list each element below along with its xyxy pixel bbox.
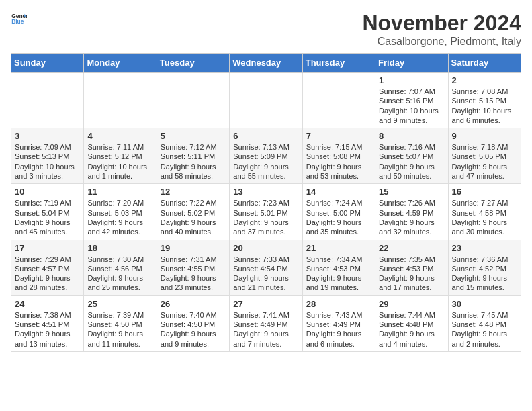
day-info: Daylight: 10 hours and 6 minutes. xyxy=(452,106,517,126)
day-cell xyxy=(302,73,375,128)
day-info: Daylight: 9 hours and 32 minutes. xyxy=(379,218,444,237)
day-number: 7 xyxy=(306,131,371,141)
day-cell: 27Sunrise: 7:41 AMSunset: 4:49 PMDayligh… xyxy=(230,295,302,351)
week-row-3: 10Sunrise: 7:19 AMSunset: 5:04 PMDayligh… xyxy=(11,184,521,240)
day-number: 22 xyxy=(379,243,444,253)
day-number: 29 xyxy=(379,299,444,309)
day-cell: 15Sunrise: 7:26 AMSunset: 4:59 PMDayligh… xyxy=(375,184,448,240)
day-number: 28 xyxy=(306,299,371,309)
day-info: Daylight: 9 hours and 30 minutes. xyxy=(452,218,517,237)
day-cell: 1Sunrise: 7:07 AMSunset: 5:16 PMDaylight… xyxy=(375,73,448,128)
day-info: Sunrise: 7:08 AM xyxy=(452,87,517,96)
day-info: Sunset: 5:16 PM xyxy=(379,96,444,105)
day-cell: 6Sunrise: 7:13 AMSunset: 5:09 PMDaylight… xyxy=(230,128,302,184)
day-info: Sunrise: 7:43 AM xyxy=(306,310,371,320)
day-info: Sunrise: 7:22 AM xyxy=(161,198,226,208)
day-info: Sunrise: 7:18 AM xyxy=(452,142,517,152)
day-number: 9 xyxy=(452,131,517,141)
day-info: Daylight: 9 hours and 9 minutes. xyxy=(161,329,226,349)
day-info: Daylight: 9 hours and 21 minutes. xyxy=(233,273,298,293)
day-cell: 12Sunrise: 7:22 AMSunset: 5:02 PMDayligh… xyxy=(157,184,229,240)
day-cell xyxy=(11,73,84,128)
day-info: Sunset: 4:57 PM xyxy=(15,264,80,273)
day-info: Sunset: 5:02 PM xyxy=(161,208,226,218)
day-info: Daylight: 9 hours and 6 minutes. xyxy=(306,329,371,349)
day-number: 5 xyxy=(161,131,226,141)
day-number: 14 xyxy=(306,187,371,197)
day-info: Daylight: 9 hours and 2 minutes. xyxy=(452,329,517,349)
day-cell: 11Sunrise: 7:20 AMSunset: 5:03 PMDayligh… xyxy=(84,184,157,240)
day-info: Daylight: 9 hours and 35 minutes. xyxy=(306,218,371,237)
day-cell: 19Sunrise: 7:31 AMSunset: 4:55 PMDayligh… xyxy=(157,240,229,295)
day-info: Daylight: 9 hours and 28 minutes. xyxy=(15,273,80,293)
day-number: 6 xyxy=(233,131,298,141)
day-info: Daylight: 9 hours and 4 minutes. xyxy=(379,329,444,349)
day-info: Daylight: 9 hours and 17 minutes. xyxy=(379,273,444,293)
day-info: Sunset: 4:51 PM xyxy=(15,320,80,329)
day-number: 23 xyxy=(452,243,517,253)
header: General Blue November 2024 Casalborgone,… xyxy=(11,11,521,48)
day-info: Daylight: 9 hours and 58 minutes. xyxy=(161,162,226,181)
day-cell: 22Sunrise: 7:35 AMSunset: 4:53 PMDayligh… xyxy=(375,240,448,295)
day-number: 8 xyxy=(379,131,444,141)
day-number: 20 xyxy=(233,243,298,253)
day-info: Daylight: 9 hours and 19 minutes. xyxy=(306,273,371,293)
day-cell: 2Sunrise: 7:08 AMSunset: 5:15 PMDaylight… xyxy=(448,73,521,128)
day-info: Sunrise: 7:16 AM xyxy=(379,142,444,152)
day-number: 1 xyxy=(379,75,444,85)
day-number: 21 xyxy=(306,243,371,253)
day-cell: 29Sunrise: 7:44 AMSunset: 4:48 PMDayligh… xyxy=(375,295,448,351)
day-info: Sunrise: 7:11 AM xyxy=(87,142,152,152)
day-info: Daylight: 9 hours and 42 minutes. xyxy=(87,218,152,237)
day-header-monday: Monday xyxy=(84,54,157,73)
day-info: Daylight: 10 hours and 1 minute. xyxy=(87,162,152,181)
day-info: Sunset: 5:00 PM xyxy=(306,208,371,218)
day-number: 17 xyxy=(15,243,80,253)
day-info: Sunset: 5:11 PM xyxy=(161,152,226,161)
day-cell: 30Sunrise: 7:45 AMSunset: 4:48 PMDayligh… xyxy=(448,295,521,351)
day-number: 25 xyxy=(87,299,152,309)
day-cell: 8Sunrise: 7:16 AMSunset: 5:07 PMDaylight… xyxy=(375,128,448,184)
day-number: 16 xyxy=(452,187,517,197)
day-info: Daylight: 9 hours and 13 minutes. xyxy=(15,329,80,349)
day-number: 15 xyxy=(379,187,444,197)
location-title: Casalborgone, Piedmont, Italy xyxy=(362,36,521,48)
day-cell: 7Sunrise: 7:15 AMSunset: 5:08 PMDaylight… xyxy=(302,128,375,184)
day-cell xyxy=(84,73,157,128)
day-info: Sunrise: 7:38 AM xyxy=(15,310,80,320)
week-row-4: 17Sunrise: 7:29 AMSunset: 4:57 PMDayligh… xyxy=(11,240,521,295)
day-info: Sunset: 5:04 PM xyxy=(15,208,80,218)
day-info: Sunset: 5:07 PM xyxy=(379,152,444,161)
day-info: Daylight: 10 hours and 3 minutes. xyxy=(15,162,80,181)
day-cell: 9Sunrise: 7:18 AMSunset: 5:05 PMDaylight… xyxy=(448,128,521,184)
day-info: Sunset: 5:08 PM xyxy=(306,152,371,161)
day-header-thursday: Thursday xyxy=(302,54,375,73)
day-number: 24 xyxy=(15,299,80,309)
day-info: Sunrise: 7:20 AM xyxy=(87,198,152,208)
day-info: Sunrise: 7:41 AM xyxy=(233,310,298,320)
day-info: Sunset: 5:09 PM xyxy=(233,152,298,161)
day-info: Sunset: 4:53 PM xyxy=(306,264,371,273)
day-info: Sunset: 4:55 PM xyxy=(161,264,226,273)
week-row-5: 24Sunrise: 7:38 AMSunset: 4:51 PMDayligh… xyxy=(11,295,521,351)
day-info: Sunrise: 7:36 AM xyxy=(452,255,517,264)
day-info: Sunrise: 7:45 AM xyxy=(452,310,517,320)
day-info: Sunset: 4:53 PM xyxy=(379,264,444,273)
day-info: Sunrise: 7:26 AM xyxy=(379,198,444,208)
day-info: Sunrise: 7:35 AM xyxy=(379,255,444,264)
day-number: 3 xyxy=(15,131,80,141)
month-title: November 2024 xyxy=(362,11,521,36)
day-info: Sunrise: 7:19 AM xyxy=(15,198,80,208)
day-cell: 16Sunrise: 7:27 AMSunset: 4:58 PMDayligh… xyxy=(448,184,521,240)
day-cell: 20Sunrise: 7:33 AMSunset: 4:54 PMDayligh… xyxy=(230,240,302,295)
day-number: 26 xyxy=(161,299,226,309)
day-info: Sunset: 5:03 PM xyxy=(87,208,152,218)
day-info: Daylight: 9 hours and 40 minutes. xyxy=(161,218,226,237)
day-cell xyxy=(230,73,302,128)
day-cell: 23Sunrise: 7:36 AMSunset: 4:52 PMDayligh… xyxy=(448,240,521,295)
day-header-wednesday: Wednesday xyxy=(230,54,302,73)
day-info: Daylight: 10 hours and 9 minutes. xyxy=(379,106,444,126)
day-info: Sunrise: 7:29 AM xyxy=(15,255,80,264)
day-info: Daylight: 9 hours and 45 minutes. xyxy=(15,218,80,237)
day-header-friday: Friday xyxy=(375,54,448,73)
